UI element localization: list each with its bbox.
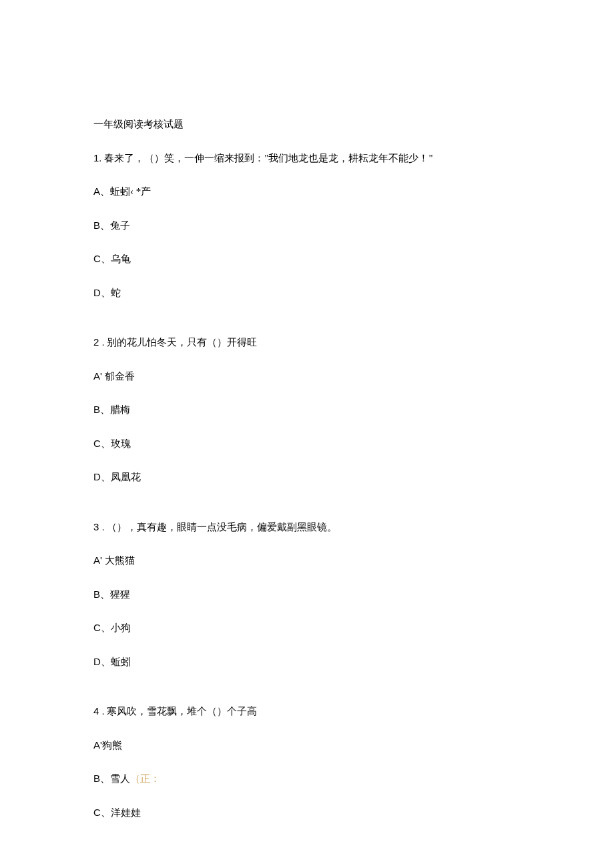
option-label: C、 [93, 253, 111, 264]
question-text: 2 . 别的花儿怕冬天，只有（）开得旺 [93, 335, 521, 350]
option-label: B、 [93, 588, 110, 600]
option-text: 兔子 [110, 220, 130, 231]
option-text: 郁金香 [105, 371, 135, 382]
option-label: D、 [93, 656, 111, 667]
question-stem: 春来了，（）笑，一伸一缩来报到："我们地龙也是龙，耕耘龙年不能少！" [104, 153, 432, 163]
option-label: C、 [93, 807, 111, 818]
question-number: 4 . [93, 705, 105, 717]
option-text: 猩猩 [110, 589, 130, 600]
option-b: B、雪人（正： [93, 771, 521, 787]
option-label: A' [93, 554, 105, 566]
answer-mark: （正： [130, 773, 160, 784]
option-text: 洋娃娃 [111, 807, 141, 818]
option-text: 狗熊 [102, 740, 122, 751]
option-text: 蚯蚓‹ *产 [110, 186, 151, 197]
option-label: A' [93, 370, 105, 382]
option-c: C、乌龟 [93, 252, 521, 267]
option-a: A、蚯蚓‹ *产 [93, 184, 521, 199]
option-text: 雪人 [110, 773, 130, 784]
option-label: A、 [93, 185, 110, 197]
option-b: B、兔子 [93, 218, 521, 234]
option-text: 乌龟 [111, 254, 131, 264]
option-text: 蚯蚓 [111, 657, 131, 667]
question-stem: （），真有趣，眼睛一点没毛病，偏爱戴副黑眼镜。 [107, 522, 337, 532]
option-text: 小狗 [111, 622, 131, 633]
option-a: A' 郁金香 [93, 369, 521, 384]
question-stem: 别的花儿怕冬天，只有（）开得旺 [107, 337, 257, 348]
option-text: 蛇 [111, 288, 121, 298]
option-label: B、 [93, 773, 110, 784]
option-d: D、蚯蚓 [93, 655, 521, 670]
question-1: 1. 春来了，（）笑，一伸一缩来报到："我们地龙也是龙，耕耘龙年不能少！" A、… [93, 151, 521, 301]
document-title: 一年级阅读考核试题 [93, 117, 521, 132]
option-label: C、 [93, 438, 111, 449]
option-label: B、 [93, 220, 110, 231]
option-b: B、腊梅 [93, 402, 521, 418]
option-b: B、猩猩 [93, 587, 521, 602]
option-c: C、洋娃娃 [93, 805, 521, 821]
option-label: D、 [93, 471, 111, 482]
question-stem: 寒风吹，雪花飘，堆个（）个子高 [107, 706, 257, 717]
question-number: 3 . [93, 521, 105, 532]
question-number: 2 . [93, 336, 105, 348]
option-d: D、凤凰花 [93, 470, 521, 485]
option-text: 腊梅 [110, 404, 130, 415]
option-a: A'狗熊 [93, 738, 521, 753]
option-a: A' 大熊猫 [93, 553, 521, 568]
option-d: D、蛇 [93, 286, 521, 301]
option-text: 大熊猫 [105, 555, 135, 566]
option-c: C、小狗 [93, 620, 521, 636]
option-c: C、玫瑰 [93, 436, 521, 452]
question-text: 1. 春来了，（）笑，一伸一缩来报到："我们地龙也是龙，耕耘龙年不能少！" [93, 151, 521, 166]
option-text: 玫瑰 [111, 438, 131, 449]
question-2: 2 . 别的花儿怕冬天，只有（）开得旺 A' 郁金香 B、腊梅 C、玫瑰 D、凤… [93, 335, 521, 485]
question-text: 3 . （），真有趣，眼睛一点没毛病，偏爱戴副黑眼镜。 [93, 520, 521, 535]
option-label: B、 [93, 404, 110, 415]
question-3: 3 . （），真有趣，眼睛一点没毛病，偏爱戴副黑眼镜。 A' 大熊猫 B、猩猩 … [93, 520, 521, 670]
question-4: 4 . 寒风吹，雪花飘，堆个（）个子高 A'狗熊 B、雪人（正： C、洋娃娃 [93, 704, 521, 820]
option-label: D、 [93, 287, 111, 298]
option-label: C、 [93, 622, 111, 633]
question-text: 4 . 寒风吹，雪花飘，堆个（）个子高 [93, 704, 521, 719]
question-number: 1. [93, 152, 102, 163]
option-label: A' [93, 739, 102, 751]
option-text: 凤凰花 [111, 472, 141, 482]
